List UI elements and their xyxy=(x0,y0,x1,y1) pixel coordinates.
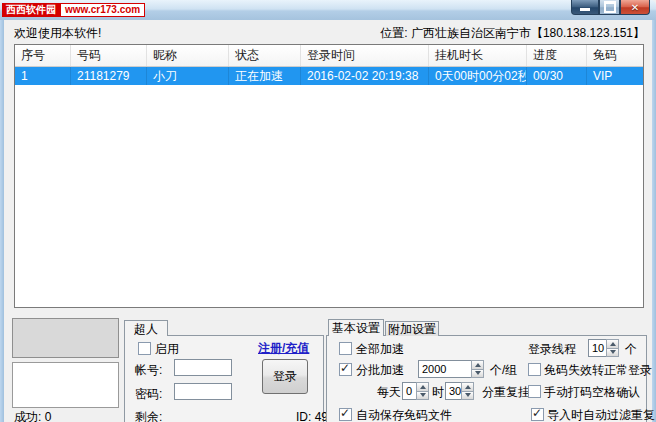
checkmark-icon: ✓ xyxy=(532,406,542,420)
minimize-icon xyxy=(580,8,590,11)
daily-minute-stepper[interactable]: 30 xyxy=(445,382,474,400)
stepper-down-icon[interactable] xyxy=(461,392,474,401)
column-header-status[interactable]: 状态 xyxy=(229,45,301,66)
column-header-nickname[interactable]: 昵称 xyxy=(147,45,229,66)
code-fail-checkbox[interactable]: ✓ xyxy=(528,363,541,376)
auto-save-checkbox[interactable]: ✓ xyxy=(339,408,352,421)
cell-free-code: VIP xyxy=(587,67,643,85)
cell-nickname: 小刀 xyxy=(147,67,229,85)
login-threads-value: 10 xyxy=(588,339,606,357)
site-badge-name: 西西软件园 xyxy=(2,3,60,17)
cell-index: 1 xyxy=(15,67,71,85)
login-threads-stepper[interactable]: 10 xyxy=(588,339,619,357)
manual-code-label: 手动打码空格确认 xyxy=(544,385,640,399)
login-threads-unit: 个 xyxy=(625,342,637,356)
cell-number: 21181279 xyxy=(71,67,147,85)
stepper-up-icon[interactable] xyxy=(606,339,619,349)
daily-suffix-label: 分重复挂 xyxy=(482,385,530,399)
batch-size-stepper[interactable]: 2000 xyxy=(418,360,484,378)
stepper-down-icon[interactable] xyxy=(416,392,429,401)
login-button[interactable]: 登录 xyxy=(262,359,308,394)
stepper-up-icon[interactable] xyxy=(471,360,484,370)
captcha-image-box xyxy=(12,318,119,358)
batch-size-value: 2000 xyxy=(418,360,471,378)
batch-size-unit: 个/组 xyxy=(490,363,517,377)
code-fail-label: 免码失效转正常登录 xyxy=(544,363,652,377)
tab-extra-settings[interactable]: 附加设置 xyxy=(385,321,439,336)
import-filter-label: 导入时自动过滤重复 xyxy=(547,408,655,422)
minimize-button[interactable] xyxy=(571,0,599,15)
tab-superman[interactable]: 超人 xyxy=(124,320,168,336)
column-header-index[interactable]: 序号 xyxy=(15,45,71,66)
stepper-down-icon[interactable] xyxy=(471,370,484,379)
cell-status: 正在加速 xyxy=(229,67,301,85)
stepper-down-icon[interactable] xyxy=(606,349,619,358)
login-threads-label: 登录线程 xyxy=(528,342,576,356)
import-filter-checkbox[interactable]: ✓ xyxy=(531,408,544,421)
auto-save-label: 自动保存免码文件 xyxy=(356,408,452,422)
cell-hang-duration: 0天00时00分02秒 xyxy=(429,67,527,85)
site-badge[interactable]: 西西软件园 www.cr173.com xyxy=(2,3,145,17)
maximize-icon xyxy=(604,1,616,13)
close-icon: ✕ xyxy=(631,2,639,13)
client-area: 欢迎使用本软件! 位置: 广西壮族自治区南宁市【180.138.123.151】… xyxy=(4,20,652,422)
column-header-number[interactable]: 号码 xyxy=(71,45,147,66)
password-input[interactable] xyxy=(174,383,232,400)
all-speedup-checkbox[interactable]: ✓ xyxy=(339,342,352,355)
checkmark-icon: ✓ xyxy=(340,361,350,375)
batch-speedup-checkbox[interactable]: ✓ xyxy=(339,363,352,376)
daily-hour-value: 0 xyxy=(402,382,416,400)
daily-prefix-label: 每天 xyxy=(377,385,401,399)
enable-label: 启用 xyxy=(155,342,179,356)
title-bar[interactable]: 西西软件园 www.cr173.com ✕ xyxy=(0,0,656,21)
table-row[interactable]: 1 21181279 小刀 正在加速 2016-02-02 20:19:38 0… xyxy=(15,67,643,85)
register-recharge-link[interactable]: 注册/充值 xyxy=(258,341,309,355)
daily-minute-value: 30 xyxy=(445,382,461,400)
cell-login-time: 2016-02-02 20:19:38 xyxy=(301,67,429,85)
daily-hour-unit: 时 xyxy=(432,385,444,399)
cell-progress: 00/30 xyxy=(527,67,587,85)
manual-code-checkbox[interactable]: ✓ xyxy=(528,385,541,398)
success-counter: 成功: 0 xyxy=(14,410,51,422)
tab-basic-settings[interactable]: 基本设置 xyxy=(328,319,384,336)
column-header-progress[interactable]: 进度 xyxy=(527,45,587,66)
window-controls: ✕ xyxy=(571,0,650,15)
location-text: 位置: 广西壮族自治区南宁市【180.138.123.151】 xyxy=(380,26,645,40)
stepper-up-icon[interactable] xyxy=(416,382,429,392)
batch-speedup-label: 分批加速 xyxy=(356,363,404,377)
window-border-right xyxy=(652,20,656,422)
log-output-box xyxy=(12,362,119,408)
column-header-login-time[interactable]: 登录时间 xyxy=(301,45,429,66)
app-window: 西西软件园 www.cr173.com ✕ 欢迎使用本软件! 位置: 广西壮族自… xyxy=(0,0,656,422)
account-label: 帐号: xyxy=(135,363,162,377)
accounts-table: 序号 号码 昵称 状态 登录时间 挂机时长 进度 免码 1 21181279 小… xyxy=(14,44,644,308)
daily-hour-stepper[interactable]: 0 xyxy=(402,382,429,400)
site-badge-url: www.cr173.com xyxy=(60,3,145,17)
stepper-up-icon[interactable] xyxy=(461,382,474,392)
table-header: 序号 号码 昵称 状态 登录时间 挂机时长 进度 免码 xyxy=(15,45,643,67)
welcome-text: 欢迎使用本软件! xyxy=(14,26,101,40)
maximize-button[interactable] xyxy=(599,0,620,15)
remaining-label: 剩余: xyxy=(135,410,162,422)
enable-checkbox[interactable]: ✓ xyxy=(138,342,151,355)
column-header-hang-duration[interactable]: 挂机时长 xyxy=(429,45,527,66)
all-speedup-label: 全部加速 xyxy=(356,342,404,356)
close-button[interactable]: ✕ xyxy=(620,0,650,15)
checkmark-icon: ✓ xyxy=(340,406,350,420)
column-header-free-code[interactable]: 免码 xyxy=(587,45,643,66)
password-label: 密码: xyxy=(135,387,162,401)
account-input[interactable] xyxy=(174,359,232,376)
